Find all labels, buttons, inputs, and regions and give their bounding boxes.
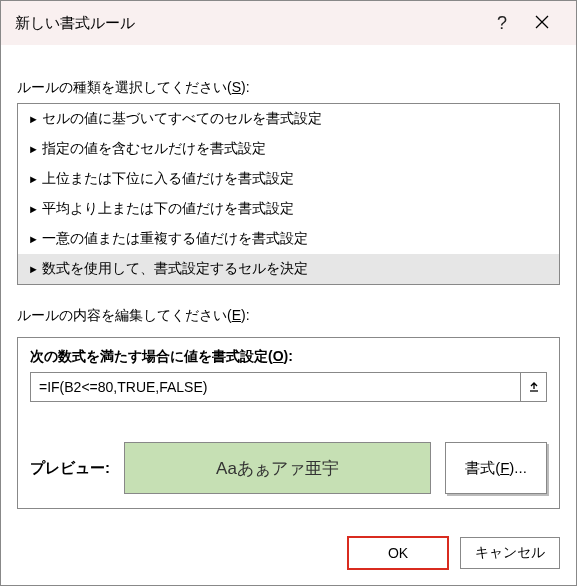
ok-button[interactable]: OK (348, 537, 448, 569)
rule-edit-box: 次の数式を満たす場合に値を書式設定(O): プレビュー: Aaあぁアァ亜宇 書式… (17, 337, 560, 509)
close-button[interactable] (522, 13, 562, 34)
formula-label: 次の数式を満たす場合に値を書式設定(O): (30, 348, 547, 366)
rule-edit-label: ルールの内容を編集してください(E): (17, 307, 560, 325)
rule-type-item[interactable]: ►数式を使用して、書式設定するセルを決定 (18, 254, 559, 284)
dialog-title: 新しい書式ルール (15, 14, 482, 33)
arrow-icon: ► (28, 173, 42, 185)
range-picker-button[interactable] (520, 373, 546, 401)
new-format-rule-dialog: 新しい書式ルール ? ルールの種類を選択してください(S): ►セルの値に基づい… (0, 0, 577, 586)
arrow-icon: ► (28, 143, 42, 155)
rule-type-item[interactable]: ►上位または下位に入る値だけを書式設定 (18, 164, 559, 194)
cancel-button[interactable]: キャンセル (460, 537, 560, 569)
arrow-icon: ► (28, 203, 42, 215)
formula-input-row (30, 372, 547, 402)
rule-type-item[interactable]: ►平均より上または下の値だけを書式設定 (18, 194, 559, 224)
formula-input[interactable] (31, 373, 520, 401)
rule-type-list[interactable]: ►セルの値に基づいてすべてのセルを書式設定 ►指定の値を含むセルだけを書式設定 … (17, 103, 560, 285)
rule-type-label: ルールの種類を選択してください(S): (17, 79, 560, 97)
preview-sample: Aaあぁアァ亜宇 (124, 442, 431, 494)
preview-label: プレビュー: (30, 459, 110, 478)
collapse-icon (529, 382, 539, 392)
rule-type-item[interactable]: ►指定の値を含むセルだけを書式設定 (18, 134, 559, 164)
help-button[interactable]: ? (482, 13, 522, 34)
dialog-footer: OK キャンセル (1, 525, 576, 585)
rule-type-item[interactable]: ►一意の値または重複する値だけを書式設定 (18, 224, 559, 254)
arrow-icon: ► (28, 233, 42, 245)
close-icon (535, 15, 549, 29)
titlebar: 新しい書式ルール ? (1, 1, 576, 45)
arrow-icon: ► (28, 113, 42, 125)
rule-type-item[interactable]: ►セルの値に基づいてすべてのセルを書式設定 (18, 104, 559, 134)
format-button[interactable]: 書式(F)... (445, 442, 547, 494)
arrow-icon: ► (28, 263, 42, 275)
